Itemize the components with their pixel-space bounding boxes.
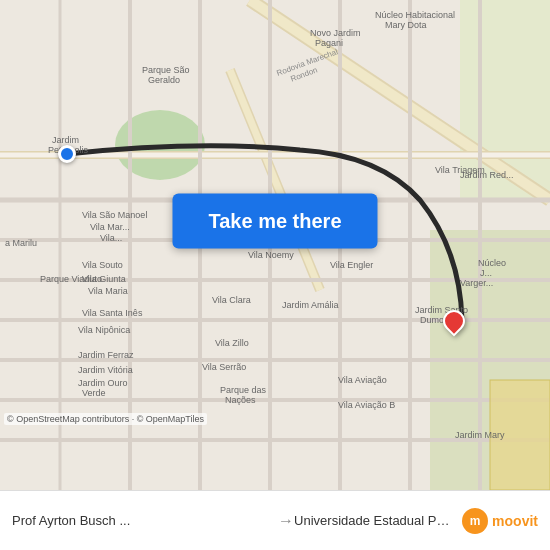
arrow-icon: → [278,512,294,530]
map-attribution: © OpenStreetMap contributors · © OpenMap… [4,413,207,425]
moovit-logo: m moovit [462,508,538,534]
take-me-there-button[interactable]: Take me there [172,193,377,248]
map-container: Novo Jardim Pagani Núcleo Habitacional M… [0,0,550,490]
from-text: Prof Ayrton Busch ... [12,513,130,528]
moovit-logo-text: moovit [492,513,538,529]
moovit-logo-letter: m [470,514,481,528]
route-from: Prof Ayrton Busch ... [12,513,278,528]
to-text: Universidade Estadual Pauli... [294,513,454,528]
moovit-logo-circle: m [462,508,488,534]
svg-line-6 [230,70,320,290]
bottom-bar: Prof Ayrton Busch ... → Universidade Est… [0,490,550,550]
origin-marker [58,145,76,163]
destination-pin [443,310,465,332]
svg-rect-23 [490,380,550,490]
